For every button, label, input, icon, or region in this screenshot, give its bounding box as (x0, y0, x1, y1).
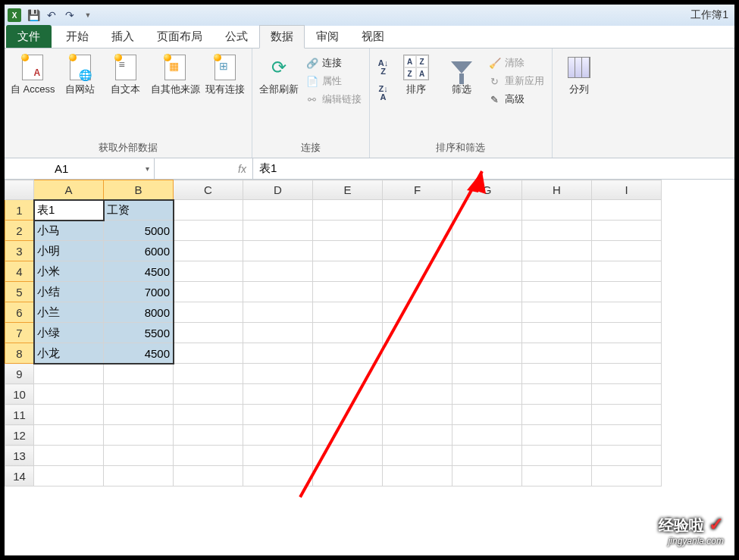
cell[interactable] (174, 343, 243, 364)
row-header[interactable]: 11 (5, 405, 34, 425)
cell[interactable] (522, 466, 592, 486)
cell[interactable] (313, 241, 383, 261)
reapply-button[interactable]: ↻重新应用 (485, 73, 547, 89)
cell[interactable] (243, 282, 313, 302)
cell[interactable] (592, 384, 662, 405)
cell[interactable] (383, 446, 452, 466)
cell[interactable] (383, 405, 452, 425)
col-header-B[interactable]: B (104, 180, 174, 200)
select-all-corner[interactable] (5, 180, 34, 200)
cell-A3[interactable]: 小明 (34, 241, 104, 261)
col-header-G[interactable]: G (452, 180, 522, 200)
qat-dropdown-icon[interactable]: ▼ (80, 7, 96, 23)
cell[interactable] (313, 221, 383, 241)
row-header[interactable]: 7 (5, 323, 34, 343)
filter-button[interactable]: 筛选 (440, 52, 484, 99)
cell[interactable] (313, 343, 383, 364)
from-access-button[interactable]: 自 Access (9, 52, 57, 99)
row-header[interactable]: 4 (5, 261, 34, 282)
cell[interactable] (522, 261, 592, 282)
cell[interactable] (313, 200, 383, 221)
cell[interactable] (313, 384, 383, 405)
cell[interactable] (243, 364, 313, 384)
tab-data[interactable]: 数据 (259, 25, 305, 48)
col-header-I[interactable]: I (592, 180, 662, 200)
cell[interactable] (383, 221, 452, 241)
row-header[interactable]: 8 (5, 343, 34, 364)
col-header-E[interactable]: E (313, 180, 383, 200)
cell[interactable] (243, 466, 313, 486)
sort-button[interactable]: AZZA 排序 (394, 52, 438, 99)
cell[interactable] (243, 302, 313, 323)
cell[interactable] (174, 364, 243, 384)
cell[interactable] (243, 323, 313, 343)
cell[interactable] (313, 446, 383, 466)
cell[interactable] (592, 364, 662, 384)
cell[interactable] (34, 384, 104, 405)
cell[interactable] (383, 282, 452, 302)
cell[interactable] (522, 405, 592, 425)
cell[interactable] (592, 425, 662, 446)
spreadsheet-grid[interactable]: A B C D E F G H I 1表1工资 2小马5000 3小明6000 … (5, 180, 734, 486)
edit-links-button[interactable]: ⚯编辑链接 (302, 91, 365, 108)
cell-A4[interactable]: 小米 (34, 261, 104, 282)
tab-formulas[interactable]: 公式 (214, 25, 259, 48)
row-header[interactable]: 5 (5, 282, 34, 302)
cell-B1[interactable]: 工资 (104, 200, 174, 221)
cell[interactable] (383, 384, 452, 405)
cell[interactable] (452, 221, 522, 241)
row-header[interactable]: 3 (5, 241, 34, 261)
tab-view[interactable]: 视图 (350, 25, 396, 48)
cell-B5[interactable]: 7000 (104, 282, 174, 302)
cell-B4[interactable]: 4500 (104, 261, 174, 282)
cell[interactable] (34, 446, 104, 466)
cell[interactable] (383, 343, 452, 364)
cell[interactable] (174, 446, 243, 466)
cell[interactable] (313, 364, 383, 384)
cell[interactable] (452, 261, 522, 282)
cell[interactable] (243, 200, 313, 221)
cell[interactable] (592, 241, 662, 261)
cell[interactable] (522, 425, 592, 446)
cell[interactable] (34, 364, 104, 384)
cell-A5[interactable]: 小结 (34, 282, 104, 302)
cell[interactable] (313, 261, 383, 282)
cell[interactable] (452, 384, 522, 405)
cell[interactable] (452, 200, 522, 221)
cell[interactable] (243, 425, 313, 446)
tab-review[interactable]: 审阅 (305, 25, 350, 48)
cell-A8[interactable]: 小龙 (34, 343, 104, 364)
cell[interactable] (592, 446, 662, 466)
row-header[interactable]: 6 (5, 302, 34, 323)
cell[interactable] (174, 261, 243, 282)
col-header-F[interactable]: F (383, 180, 452, 200)
cell[interactable] (104, 446, 174, 466)
cell[interactable] (592, 323, 662, 343)
cell[interactable] (522, 241, 592, 261)
advanced-filter-button[interactable]: ✎高级 (485, 91, 547, 108)
cell[interactable] (174, 200, 243, 221)
cell[interactable] (592, 405, 662, 425)
row-header[interactable]: 1 (5, 200, 34, 221)
text-to-columns-button[interactable]: 分列 (557, 52, 601, 99)
cell[interactable] (383, 302, 452, 323)
cell[interactable] (383, 323, 452, 343)
cell[interactable] (243, 221, 313, 241)
cell[interactable] (104, 405, 174, 425)
cell[interactable] (452, 425, 522, 446)
cell[interactable] (104, 364, 174, 384)
tab-file[interactable]: 文件 (6, 25, 52, 48)
cell[interactable] (522, 302, 592, 323)
row-header[interactable]: 13 (5, 446, 34, 466)
cell[interactable] (592, 302, 662, 323)
col-header-H[interactable]: H (522, 180, 592, 200)
redo-icon[interactable]: ↷ (61, 7, 78, 23)
cell[interactable] (383, 466, 452, 486)
row-header[interactable]: 10 (5, 384, 34, 405)
cell[interactable] (522, 221, 592, 241)
cell[interactable] (313, 466, 383, 486)
cell[interactable] (243, 384, 313, 405)
cell[interactable] (452, 343, 522, 364)
cell-B6[interactable]: 8000 (104, 302, 174, 323)
cell[interactable] (313, 282, 383, 302)
